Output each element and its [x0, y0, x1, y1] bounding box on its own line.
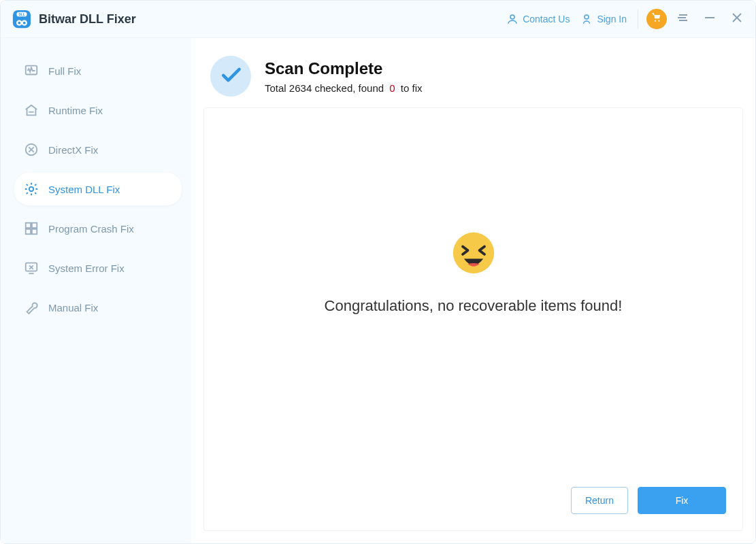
result-subtext: Total 2634 checked, found 0 to fix: [265, 82, 423, 94]
cart-icon: [651, 12, 662, 26]
svg-rect-24: [32, 223, 37, 228]
house-icon: [24, 103, 39, 118]
result-found-count: 0: [389, 82, 395, 94]
svg-point-5: [18, 22, 20, 24]
close-button[interactable]: [731, 13, 743, 25]
sidebar-item-label: Full Fix: [48, 65, 81, 77]
gear-icon: [24, 182, 39, 197]
svg-rect-23: [26, 223, 31, 228]
check-badge: [210, 56, 251, 97]
monitor-pulse-icon: [24, 63, 39, 78]
body: Full Fix Runtime Fix DirectX Fix System …: [1, 38, 755, 543]
svg-point-7: [510, 15, 514, 19]
return-label: Return: [585, 495, 614, 506]
svg-point-6: [23, 22, 26, 24]
grid-icon: [24, 221, 39, 236]
svg-point-8: [585, 15, 589, 19]
sidebar-item-manual-fix[interactable]: Manual Fix: [14, 291, 182, 324]
wrench-icon: [24, 300, 39, 315]
cart-button[interactable]: [646, 9, 667, 29]
result-panel: Congratulations, no recoverable items fo…: [203, 107, 743, 531]
result-header: Scan Complete Total 2634 checked, found …: [203, 50, 743, 107]
circle-x-icon: [24, 142, 39, 157]
sidebar: Full Fix Runtime Fix DirectX Fix System …: [1, 38, 191, 543]
divider: [638, 10, 638, 29]
menu-icon: [676, 12, 689, 27]
congrats-text: Congratulations, no recoverable items fo…: [325, 297, 623, 315]
minimize-button[interactable]: [704, 13, 716, 25]
sidebar-item-system-dll-fix[interactable]: System DLL Fix: [14, 173, 182, 205]
sidebar-item-label: Runtime Fix: [48, 105, 103, 116]
sign-in-button[interactable]: Sign In: [575, 10, 632, 28]
app-title: Bitwar DLL Fixer: [39, 12, 136, 27]
contact-us-button[interactable]: Contact Us: [501, 10, 575, 28]
app-logo-icon: DLL: [12, 9, 32, 29]
sidebar-item-program-crash-fix[interactable]: Program Crash Fix: [14, 212, 182, 245]
svg-point-10: [658, 20, 659, 22]
fix-button[interactable]: Fix: [638, 487, 726, 514]
smiley-icon: [451, 231, 496, 278]
menu-button[interactable]: [676, 13, 689, 25]
result-sub-suffix: to fix: [401, 82, 423, 94]
svg-point-22: [29, 187, 33, 191]
svg-rect-25: [26, 229, 31, 234]
monitor-x-icon: [24, 260, 39, 275]
svg-text:DLL: DLL: [18, 13, 24, 16]
app-window: DLL Bitwar DLL Fixer Contact Us Sign In: [0, 0, 756, 544]
svg-point-9: [655, 20, 656, 22]
svg-point-31: [453, 233, 493, 273]
brand: DLL Bitwar DLL Fixer: [12, 9, 136, 29]
sidebar-item-full-fix[interactable]: Full Fix: [14, 54, 182, 87]
titlebar: DLL Bitwar DLL Fixer Contact Us Sign In: [1, 1, 755, 38]
sidebar-item-label: Manual Fix: [48, 302, 98, 313]
sidebar-item-system-error-fix[interactable]: System Error Fix: [14, 252, 182, 284]
sidebar-item-label: System Error Fix: [48, 262, 125, 274]
main-content: Scan Complete Total 2634 checked, found …: [191, 38, 755, 543]
close-icon: [731, 12, 743, 27]
sidebar-item-runtime-fix[interactable]: Runtime Fix: [14, 94, 182, 126]
contact-us-label: Contact Us: [523, 14, 570, 24]
fix-label: Fix: [676, 495, 689, 506]
sign-in-label: Sign In: [597, 14, 627, 24]
sidebar-item-directx-fix[interactable]: DirectX Fix: [14, 133, 182, 166]
minimize-icon: [704, 12, 716, 27]
sidebar-item-label: Program Crash Fix: [48, 223, 134, 235]
user-icon: [580, 13, 593, 25]
sidebar-item-label: System DLL Fix: [48, 184, 120, 195]
result-title: Scan Complete: [265, 59, 423, 78]
check-icon: [218, 63, 243, 90]
svg-rect-26: [32, 229, 37, 234]
headset-icon: [506, 13, 519, 25]
result-sub-prefix: Total 2634 checked, found: [265, 82, 384, 94]
return-button[interactable]: Return: [571, 487, 628, 514]
sidebar-item-label: DirectX Fix: [48, 144, 98, 156]
